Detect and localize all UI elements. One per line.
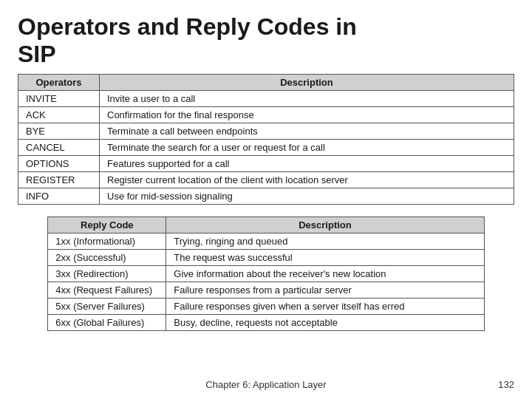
table-row: BYETerminate a call between endpoints (18, 123, 514, 139)
table-row: 5xx (Server Failures)Failure responses g… (48, 298, 484, 314)
table-row: 3xx (Redirection)Give information about … (48, 265, 484, 282)
reply-table: Reply Code Description 1xx (Informationa… (47, 216, 484, 331)
page-number: 132 (498, 379, 514, 390)
table-row: ACKConfirmation for the final response (18, 106, 514, 123)
reply-code-col-header: Reply Code (48, 216, 166, 233)
reply-desc-col-header: Description (166, 216, 484, 233)
operators-table: Operators Description INVITEInvite a use… (18, 74, 514, 205)
table-row: 2xx (Successful)The request was successf… (48, 249, 484, 265)
title-line1: Operators and Reply Codes in (18, 13, 357, 40)
table-row: 1xx (Informational)Trying, ringing and q… (48, 233, 484, 249)
table-row: OPTIONSFeatures supported for a call (18, 155, 514, 171)
table-row: REGISTERRegister current location of the… (18, 171, 514, 188)
reply-wrapper: Reply Code Description 1xx (Informationa… (18, 216, 514, 331)
table-row: 4xx (Request Failures)Failure responses … (48, 282, 484, 298)
table-row: INVITEInvite a user to a call (18, 90, 514, 106)
description-col-header: Description (100, 74, 514, 90)
table-row: 6xx (Global Failures)Busy, decline, requ… (48, 314, 484, 330)
operators-col-header: Operators (18, 74, 100, 90)
footer-text: Chapter 6: Application Layer (205, 379, 326, 390)
footer: Chapter 6: Application Layer 132 (18, 379, 514, 390)
content-area: Operators Description INVITEInvite a use… (18, 74, 514, 375)
table-row: CANCELTerminate the search for a user or… (18, 139, 514, 155)
title-line2: SIP (18, 41, 56, 67)
table-row: INFOUse for mid-session signaling (18, 188, 514, 204)
page-title: Operators and Reply Codes in SIP (18, 13, 514, 68)
page: Operators and Reply Codes in SIP Operato… (0, 0, 532, 399)
